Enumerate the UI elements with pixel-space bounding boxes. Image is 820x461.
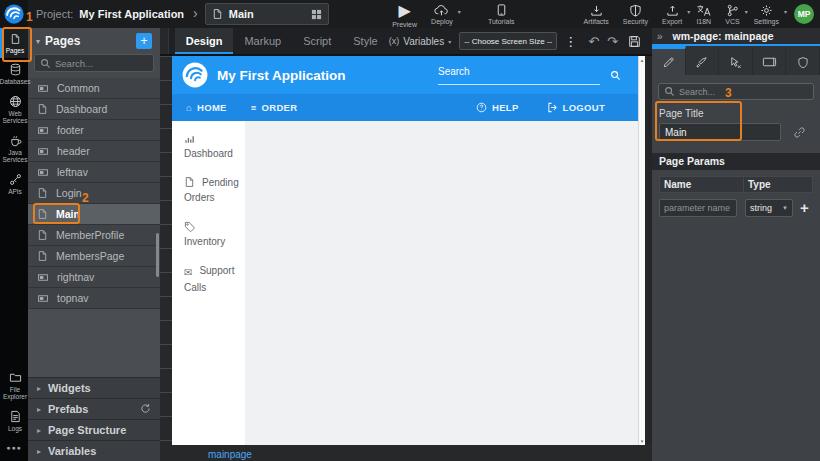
grid-icon[interactable]	[311, 9, 322, 20]
undo-icon[interactable]: ↶	[588, 34, 599, 49]
page-content-area[interactable]	[245, 121, 645, 445]
caret-down-icon[interactable]: ▾	[36, 37, 40, 46]
ruler-corner	[160, 28, 169, 54]
security-tab[interactable]	[786, 46, 820, 75]
java-icon	[9, 134, 22, 147]
topbar-tool-artifacts[interactable]: Artifacts	[583, 4, 608, 25]
screen-size-select[interactable]: -- Choose Screen Size -- ▼	[459, 32, 557, 50]
preview-left-menu: DashboardPending OrdersInventory✉Support…	[172, 121, 245, 445]
menu-item-dashboard[interactable]: Dashboard	[184, 132, 241, 161]
caret-right-icon: ▸	[37, 384, 41, 393]
sidebar-item-java-services[interactable]: Java Services	[0, 129, 28, 168]
page-list-item-leftnav[interactable]: leftnav	[28, 162, 160, 183]
sidebar-item-file-explorer[interactable]: File Explorer	[0, 366, 28, 405]
page-params-table-header: Name Type	[659, 176, 813, 193]
partial-icon	[37, 125, 49, 136]
project-label: Project:	[36, 8, 73, 20]
pages-panel-title: Pages	[45, 34, 80, 48]
page-title-input[interactable]	[659, 123, 781, 141]
page-list-item-footer[interactable]: footer	[28, 120, 160, 141]
tab-style[interactable]: Style	[342, 28, 388, 54]
tab-markup[interactable]: Markup	[233, 28, 292, 54]
sidebar-item-apis[interactable]: APIs	[0, 168, 28, 199]
wavemaker-logo[interactable]	[0, 0, 28, 28]
search-icon	[664, 86, 675, 97]
canvas-scrollbar[interactable]: ▴ ▾	[638, 56, 645, 445]
partial-icon	[37, 293, 49, 304]
bind-property-icon[interactable]	[793, 126, 806, 139]
param-type-select[interactable]: string ▼	[745, 199, 793, 217]
page-list-item-topnav[interactable]: topnav	[28, 288, 160, 309]
nav-item-home[interactable]: ⌂HOME	[186, 102, 227, 113]
events-tab[interactable]	[719, 46, 753, 75]
page-list-item-main[interactable]: Main	[28, 204, 160, 225]
scroll-up-icon[interactable]: ▴	[639, 57, 645, 63]
device-tab[interactable]	[753, 46, 787, 75]
breadcrumb-mainpage[interactable]: mainpage	[208, 449, 252, 460]
search-icon[interactable]	[610, 70, 621, 81]
page-list-item-header[interactable]: header	[28, 141, 160, 162]
add-page-button[interactable]: +	[136, 33, 152, 49]
page-list-item-memberprofile[interactable]: MemberProfile	[28, 225, 160, 246]
topbar-tool-deploy[interactable]: Deploy▾	[431, 4, 453, 25]
more-menu-icon[interactable]: ⋮	[564, 34, 577, 49]
page-list-item-dashboard[interactable]: Dashboard	[28, 99, 160, 120]
page-list-item-login[interactable]: Login	[28, 183, 160, 204]
param-name-input[interactable]	[659, 199, 737, 217]
topbar-tool-tutorials[interactable]: Tutorials	[488, 3, 515, 25]
page-selector[interactable]: Main	[205, 3, 329, 25]
add-param-button[interactable]: +	[800, 201, 809, 215]
scrollbar-thumb[interactable]	[156, 233, 159, 277]
menu-item-inventory[interactable]: Inventory	[184, 220, 241, 249]
nav-item-help[interactable]: HELP	[476, 102, 519, 113]
section-prefabs[interactable]: ▸Prefabs	[28, 398, 160, 419]
sidebar-item-pages[interactable]: Pages	[0, 28, 28, 58]
tab-design[interactable]: Design	[175, 28, 234, 54]
topbar-tool-export[interactable]: Export▾	[662, 4, 682, 25]
properties-tab[interactable]	[652, 46, 686, 75]
device-icon	[762, 56, 777, 68]
topbar-tool-security[interactable]: Security	[623, 4, 648, 25]
topbar: Project: My First Application › Main ▶Pr…	[0, 0, 820, 28]
tab-script[interactable]: Script	[292, 28, 342, 54]
sidebar-item-databases[interactable]: Databases	[0, 58, 28, 89]
section-widgets[interactable]: ▸Widgets	[28, 377, 160, 398]
redo-icon[interactable]: ↷	[607, 34, 618, 49]
variables-icon: (x)	[389, 36, 400, 46]
refresh-icon[interactable]	[140, 400, 151, 418]
section-variables[interactable]: ▸Variables	[28, 440, 160, 461]
page-list-item-rightnav[interactable]: rightnav	[28, 267, 160, 288]
design-canvas[interactable]: My First Application Search ⌂HOME≡ORDER …	[172, 56, 645, 445]
inspector-title: wm-page: mainpage	[673, 30, 774, 42]
styles-tab[interactable]	[686, 46, 720, 75]
properties-panel-header: » wm-page: mainpage	[652, 28, 820, 46]
topbar-tool-i18n[interactable]: I18N	[696, 4, 711, 25]
nav-item-order[interactable]: ≡ORDER	[251, 102, 298, 113]
sidebar-item-web-services[interactable]: Web Services	[0, 90, 28, 129]
sidebar-item-logs[interactable]: Logs	[0, 405, 28, 436]
save-icon[interactable]	[628, 35, 641, 48]
page-list-item-common[interactable]: Common	[28, 78, 160, 99]
menu-item-support-calls[interactable]: ✉Support Calls	[184, 264, 241, 295]
shield-outline-icon	[797, 56, 809, 69]
topbar-tool-settings[interactable]: Settings▾	[754, 4, 779, 25]
cloud-up-icon	[434, 4, 449, 17]
pages-search-input[interactable]	[55, 58, 148, 69]
page-list-item-memberspage[interactable]: MembersPage	[28, 246, 160, 267]
page-item-label: Login	[56, 187, 82, 199]
chevron-down-icon: ▾	[687, 8, 690, 15]
menu-item-pending-orders[interactable]: Pending Orders	[184, 176, 241, 205]
section-page-structure[interactable]: ▸Page Structure	[28, 419, 160, 440]
translate-icon	[696, 4, 711, 17]
topbar-tool-preview[interactable]: ▶Preview	[392, 1, 417, 28]
topbar-tool-vcs[interactable]: VCS▾	[725, 4, 739, 25]
properties-search-input[interactable]	[679, 87, 808, 97]
scroll-down-icon[interactable]: ▾	[639, 438, 645, 444]
nav-item-logout[interactable]: LOGOUT	[547, 102, 605, 113]
app-search-input[interactable]: Search	[438, 66, 600, 85]
overflow-icon[interactable]: ●●●	[0, 436, 28, 461]
collapse-panel-icon[interactable]: »	[657, 31, 663, 42]
list-icon: ≡	[251, 102, 257, 113]
user-avatar[interactable]: MP	[794, 4, 814, 24]
variables-button[interactable]: (x) Variables ▾	[389, 36, 451, 47]
